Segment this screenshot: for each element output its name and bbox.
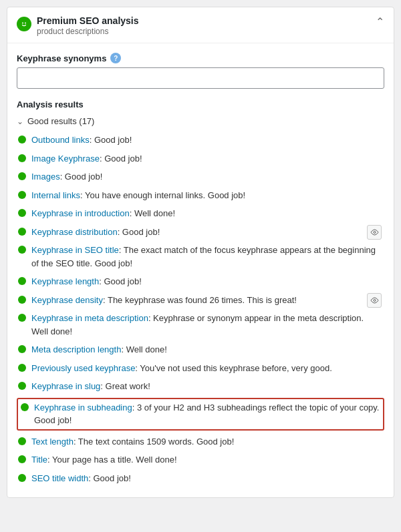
result-link-keyphrase-in-seo-title[interactable]: Keyphrase in SEO title — [31, 245, 119, 255]
result-text-seo-title-width: SEO title width: Good job! — [31, 472, 382, 485]
result-item-title: Title: Your page has a title. Well done! — [17, 451, 384, 469]
result-link-meta-description-length[interactable]: Meta description length — [31, 344, 121, 354]
result-link-image-keyphrase[interactable]: Image Keyphrase — [31, 154, 100, 164]
panel-subtitle: product descriptions — [37, 27, 139, 36]
result-item-seo-title-width: SEO title width: Good job! — [17, 470, 384, 487]
svg-point-4 — [374, 299, 376, 301]
green-dot-icon — [18, 382, 26, 390]
green-dot-icon — [18, 455, 26, 463]
title-group: Premium SEO analysis product description… — [37, 15, 139, 36]
result-link-text-length[interactable]: Text length — [31, 437, 74, 447]
green-dot-icon — [18, 277, 26, 285]
green-dot-icon — [18, 437, 26, 445]
result-link-keyphrase-in-slug[interactable]: Keyphrase in slug — [31, 381, 100, 391]
result-text-internal-links: Internal links: You have enough internal… — [31, 189, 382, 202]
result-text-outbound-links: Outbound links: Good job! — [31, 134, 382, 147]
result-item-text-length: Text length: The text contains 1509 word… — [17, 433, 384, 451]
result-text-image-keyphrase: Image Keyphrase: Good job! — [31, 152, 382, 166]
result-item-previously-used-keyphrase: Previously used keyphrase: You've not us… — [17, 360, 384, 377]
green-dot-icon — [18, 314, 26, 322]
green-dot-icon — [18, 474, 26, 482]
result-text-keyphrase-length: Keyphrase length: Good job! — [31, 275, 382, 288]
good-results-label: Good results (17) — [27, 116, 94, 126]
synonyms-label-text: Keyphrase synonyms — [17, 53, 106, 63]
result-link-keyphrase-distribution[interactable]: Keyphrase distribution — [31, 227, 118, 237]
result-item-keyphrase-in-subheading: Keyphrase in subheading: 3 of your H2 an… — [17, 398, 384, 431]
analysis-results-label: Analysis results — [17, 99, 384, 109]
result-link-title[interactable]: Title — [31, 455, 47, 465]
green-dot-icon — [18, 296, 26, 304]
result-item-keyphrase-in-seo-title: Keyphrase in SEO title: The exact match … — [17, 242, 384, 272]
result-item-keyphrase-distribution: Keyphrase distribution: Good job! — [17, 224, 384, 241]
green-dot-icon — [18, 154, 26, 162]
svg-point-2 — [25, 23, 26, 24]
chevron-down-icon: ⌄ — [17, 117, 23, 126]
result-item-image-keyphrase: Image Keyphrase: Good job! — [17, 150, 384, 168]
result-item-keyphrase-in-slug: Keyphrase in slug: Great work! — [17, 378, 384, 395]
panel-header: Premium SEO analysis product description… — [7, 7, 394, 43]
good-results-toggle[interactable]: ⌄ Good results (17) — [17, 116, 384, 126]
result-text-keyphrase-in-slug: Keyphrase in slug: Great work! — [31, 380, 382, 393]
collapse-button[interactable]: ⌃ — [376, 17, 384, 27]
result-link-keyphrase-in-introduction[interactable]: Keyphrase in introduction — [31, 208, 130, 218]
green-dot-icon — [18, 246, 26, 254]
result-text-text-length: Text length: The text contains 1509 word… — [31, 435, 382, 449]
green-dot-icon — [18, 228, 26, 236]
green-dot-icon — [18, 172, 26, 180]
result-item-meta-description-length: Meta description length: Well done! — [17, 341, 384, 358]
result-item-keyphrase-in-introduction: Keyphrase in introduction: Well done! — [17, 205, 384, 222]
result-link-keyphrase-in-subheading[interactable]: Keyphrase in subheading — [34, 403, 132, 413]
header-left: Premium SEO analysis product description… — [17, 15, 139, 36]
result-link-keyphrase-length[interactable]: Keyphrase length — [31, 276, 99, 286]
synonyms-input[interactable] — [17, 67, 384, 89]
green-dot-icon — [18, 345, 26, 353]
green-dot-icon — [18, 209, 26, 217]
result-item-images: Images: Good job! — [17, 168, 384, 186]
result-text-keyphrase-density: Keyphrase density: The keyphrase was fou… — [31, 294, 382, 307]
result-item-keyphrase-length: Keyphrase length: Good job! — [17, 273, 384, 290]
result-link-keyphrase-density[interactable]: Keyphrase density — [31, 295, 103, 305]
premium-seo-panel: Premium SEO analysis product description… — [7, 7, 394, 498]
result-link-images[interactable]: Images — [31, 172, 60, 182]
svg-point-0 — [20, 20, 29, 29]
result-link-previously-used-keyphrase[interactable]: Previously used keyphrase — [31, 363, 135, 373]
result-item-keyphrase-in-meta-description: Keyphrase in meta description: Keyphrase… — [17, 310, 384, 340]
result-text-images: Images: Good job! — [31, 170, 382, 184]
result-item-internal-links: Internal links: You have enough internal… — [17, 187, 384, 204]
result-text-keyphrase-distribution: Keyphrase distribution: Good job! — [31, 226, 382, 239]
green-dot-icon — [18, 191, 26, 199]
result-text-keyphrase-in-subheading: Keyphrase in subheading: 3 of your H2 an… — [34, 401, 380, 427]
result-text-title: Title: Your page has a title. Well done! — [31, 453, 382, 467]
panel-body: Keyphrase synonyms ? Analysis results ⌄ … — [7, 43, 394, 497]
result-item-outbound-links: Outbound links: Good job! — [17, 131, 384, 149]
result-text-keyphrase-in-meta-description: Keyphrase in meta description: Keyphrase… — [31, 312, 382, 338]
green-dot-icon — [21, 403, 29, 411]
result-link-keyphrase-in-meta-description[interactable]: Keyphrase in meta description — [31, 313, 148, 323]
results-list: Outbound links: Good job!Image Keyphrase… — [17, 131, 384, 487]
result-text-keyphrase-in-introduction: Keyphrase in introduction: Well done! — [31, 207, 382, 220]
result-text-keyphrase-in-seo-title: Keyphrase in SEO title: The exact match … — [31, 244, 382, 270]
green-dot-icon — [18, 136, 26, 144]
svg-point-1 — [22, 23, 23, 24]
help-icon[interactable]: ? — [110, 53, 121, 63]
result-link-outbound-links[interactable]: Outbound links — [31, 135, 90, 145]
result-item-keyphrase-density: Keyphrase density: The keyphrase was fou… — [17, 292, 384, 309]
smiley-icon — [17, 17, 31, 31]
eye-icon[interactable] — [367, 225, 382, 240]
eye-icon[interactable] — [367, 293, 382, 308]
result-link-internal-links[interactable]: Internal links — [31, 190, 80, 200]
svg-point-3 — [374, 231, 376, 233]
result-link-seo-title-width[interactable]: SEO title width — [31, 473, 88, 483]
panel-title: Premium SEO analysis — [37, 15, 139, 26]
synonyms-label: Keyphrase synonyms ? — [17, 53, 384, 63]
result-text-meta-description-length: Meta description length: Well done! — [31, 343, 382, 356]
result-text-previously-used-keyphrase: Previously used keyphrase: You've not us… — [31, 362, 382, 375]
green-dot-icon — [18, 364, 26, 372]
